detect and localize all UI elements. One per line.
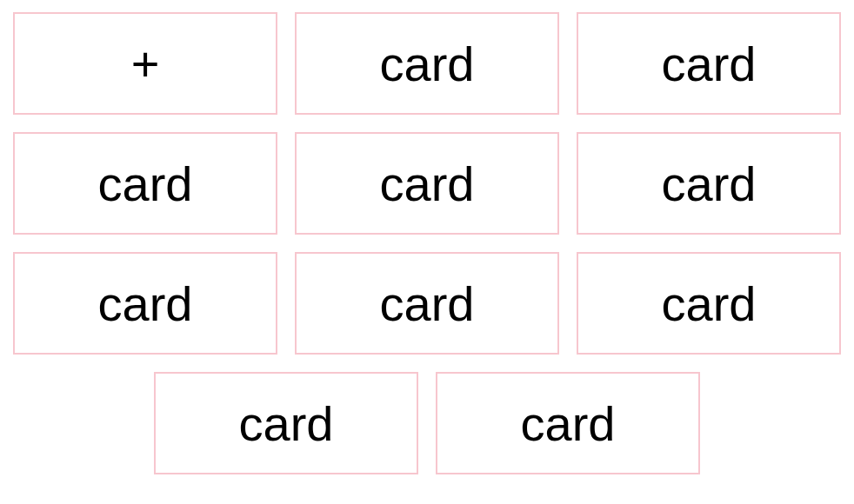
plus-icon: +	[131, 36, 160, 92]
card-label: card	[98, 275, 193, 332]
card-item[interactable]: card	[295, 12, 559, 115]
card-grid: + card card card card card card card car…	[12, 12, 842, 474]
card-label: card	[662, 156, 757, 212]
card-item[interactable]: card	[577, 132, 841, 235]
card-label: card	[380, 156, 475, 212]
card-label: card	[380, 36, 475, 92]
card-item[interactable]: card	[295, 132, 559, 235]
card-item[interactable]: card	[13, 132, 277, 235]
card-label: card	[98, 156, 193, 212]
add-card-button[interactable]: +	[13, 12, 277, 115]
card-label: card	[521, 395, 616, 452]
card-label: card	[380, 275, 475, 332]
card-item[interactable]: card	[295, 252, 559, 355]
card-label: card	[239, 395, 334, 452]
card-label: card	[662, 36, 757, 92]
card-item[interactable]: card	[436, 372, 700, 474]
card-item[interactable]: card	[154, 372, 418, 474]
card-item[interactable]: card	[577, 12, 841, 115]
card-item[interactable]: card	[13, 252, 277, 355]
card-label: card	[662, 275, 757, 332]
card-item[interactable]: card	[577, 252, 841, 355]
